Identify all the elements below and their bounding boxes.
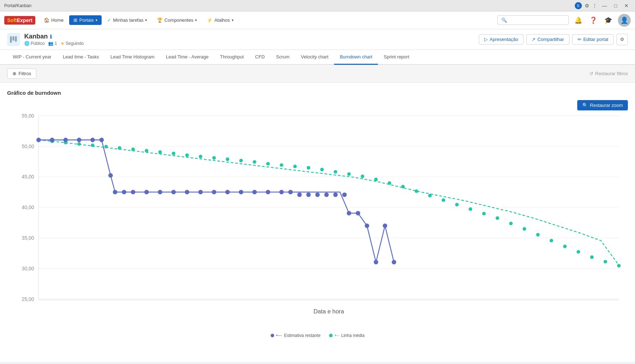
legend-estimativa: •— Estimativa restante (271, 333, 321, 338)
globe-icon: 🌐 (24, 41, 30, 46)
chart-title: Gráfico de burndown (7, 90, 628, 96)
academy-button[interactable]: 🎓 (603, 15, 614, 26)
burndown-chart-svg: 55,00 50,00 45,00 40,00 35,00 30,00 25,0… (7, 100, 628, 329)
svg-point-54 (509, 222, 513, 225)
svg-point-67 (90, 138, 95, 142)
svg-point-89 (333, 192, 338, 197)
svg-point-94 (374, 260, 378, 265)
svg-point-78 (212, 190, 216, 194)
editar-portal-button[interactable]: ✏ Editar portal (572, 34, 614, 45)
tab-burndown-chart[interactable]: Burndown chart (334, 50, 378, 65)
svg-point-56 (536, 233, 540, 236)
svg-point-76 (185, 190, 189, 194)
tab-lead-time-histogram[interactable]: Lead Time Histogram (105, 50, 160, 65)
logo: SoftExpert (4, 16, 35, 25)
nav-home[interactable]: 🏠 Home (40, 15, 68, 25)
svg-point-63 (36, 138, 41, 142)
user-avatar[interactable]: 👤 (618, 14, 631, 27)
svg-point-45 (388, 181, 391, 185)
tab-throughput[interactable]: Throughput (214, 50, 250, 65)
svg-point-32 (212, 156, 216, 160)
nav-portais[interactable]: ⊞ Portais ▾ (69, 15, 101, 25)
page-header: Kanban ℹ 🌐 Público 👥 1 ★ Seguindo (0, 29, 635, 50)
svg-point-77 (198, 190, 203, 194)
nav-componentes[interactable]: 🏆 Componentes ▾ (153, 15, 201, 25)
nav-atalhos[interactable]: ⚡ Atalhos ▾ (203, 15, 237, 25)
svg-point-24 (104, 145, 108, 149)
filter-button[interactable]: ⊕ Filtros (7, 68, 36, 79)
restore-filters-button[interactable]: ↺ Restaurar filtros (589, 71, 628, 76)
svg-text:40,00: 40,00 (22, 204, 34, 210)
svg-point-92 (356, 211, 360, 215)
atalhos-chevron: ▾ (232, 18, 234, 22)
help-button[interactable]: ❓ (588, 15, 599, 26)
svg-point-62 (617, 264, 621, 267)
info-icon[interactable]: ℹ (50, 34, 52, 40)
apresentacao-button[interactable]: ▷ Apresentação (479, 34, 523, 45)
svg-point-41 (334, 170, 337, 173)
svg-point-35 (253, 160, 256, 164)
search-container[interactable]: 🔍 (497, 15, 569, 25)
compartilhar-button[interactable]: ↗ Compartilhar (526, 34, 569, 45)
settings-button[interactable]: ⚙ (616, 34, 628, 45)
page-header-right: ▷ Apresentação ↗ Compartilhar ✏ Editar p… (479, 34, 628, 45)
svg-point-49 (442, 198, 445, 202)
tab-cfd[interactable]: CFD (250, 50, 271, 65)
visibility-meta: 🌐 Público (24, 41, 45, 46)
svg-point-47 (415, 189, 418, 193)
share-icon: ↗ (532, 37, 536, 42)
legend-linha-media: •-- Linha média (329, 333, 365, 338)
svg-point-57 (549, 239, 553, 242)
title-bar: Portal/Kanban S ⚙ ⋮ — □ ✕ (0, 0, 635, 11)
tab-scrum[interactable]: Scrum (270, 50, 295, 65)
svg-point-86 (306, 192, 311, 197)
svg-text:Data e hora: Data e hora (313, 308, 344, 314)
svg-point-91 (347, 211, 352, 215)
members-meta: 👥 1 (48, 41, 57, 46)
lightning-icon: ⚡ (207, 17, 212, 23)
svg-point-72 (131, 190, 135, 194)
tabs-bar: WIP - Current year Lead time - Tasks Lea… (0, 50, 635, 65)
tab-lead-time-average[interactable]: Lead Time - Average (160, 50, 214, 65)
svg-point-55 (523, 227, 526, 231)
svg-point-95 (383, 224, 387, 228)
minimize-button[interactable]: — (600, 2, 609, 9)
gear-icon: ⚙ (620, 37, 624, 42)
svg-point-50 (455, 203, 459, 206)
notifications-button[interactable]: 🔔 (573, 15, 584, 26)
svg-point-93 (365, 224, 369, 228)
svg-point-30 (185, 154, 189, 157)
svg-point-34 (239, 159, 243, 162)
svg-text:30,00: 30,00 (22, 266, 34, 271)
tab-wip[interactable]: WIP - Current year (7, 50, 57, 65)
svg-point-96 (392, 260, 396, 265)
svg-text:45,00: 45,00 (22, 174, 34, 180)
chart-container: 55,00 50,00 45,00 40,00 35,00 30,00 25,0… (7, 100, 628, 354)
svg-point-28 (158, 150, 162, 154)
svg-point-58 (563, 245, 567, 248)
svg-point-23 (91, 144, 94, 147)
svg-text:35,00: 35,00 (22, 235, 34, 241)
svg-point-40 (320, 168, 324, 171)
maximize-button[interactable]: □ (612, 2, 619, 9)
svg-point-71 (122, 190, 127, 194)
svg-text:55,00: 55,00 (22, 113, 34, 119)
svg-point-83 (279, 190, 284, 194)
page-meta: 🌐 Público 👥 1 ★ Seguindo (24, 41, 84, 46)
svg-point-26 (131, 147, 135, 151)
nav-minhas-tarefas[interactable]: ✓ Minhas tarefas ▾ (103, 15, 151, 25)
tab-lead-time-tasks[interactable]: Lead time - Tasks (57, 50, 105, 65)
svg-point-22 (77, 142, 81, 146)
svg-point-27 (145, 149, 148, 152)
svg-point-82 (266, 190, 270, 194)
star-icon: ★ (61, 41, 65, 46)
trophy-icon: 🏆 (157, 17, 163, 23)
top-nav: SoftExpert 🏠 Home ⊞ Portais ▾ ✓ Minhas t… (0, 11, 635, 29)
componentes-chevron: ▾ (195, 18, 197, 22)
close-button[interactable]: ✕ (622, 2, 631, 9)
svg-point-25 (118, 146, 121, 150)
tab-velocity-chart[interactable]: Velocity chart (295, 50, 334, 65)
chart-legend: •— Estimativa restante •-- Linha média (7, 333, 628, 338)
logo-text: SoftExpert (7, 17, 32, 23)
tab-sprint-report[interactable]: Sprint report (378, 50, 415, 65)
